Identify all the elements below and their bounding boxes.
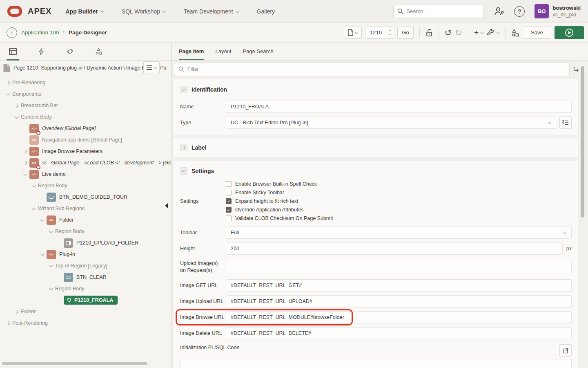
menu-app-builder[interactable]: App Builder [65,8,103,15]
tree-node-label: Navigation app items [Global Page] [42,137,122,143]
tree-menu-button[interactable] [143,61,160,74]
horizontal-scrollbar[interactable] [2,362,147,365]
tree-node-post-rendering[interactable]: Post-Rendering [0,317,171,329]
settings-checkbox-group: Enable Browser Built-in Spell Check Enab… [226,178,333,221]
shared-components-button[interactable] [511,29,519,37]
tree-node-p1210-upload-folder[interactable]: P1210_UPLOAD_FOLDER [0,237,171,249]
oracle-logo-icon [7,6,22,17]
tree-node-label: BTN_DEMO_GUIDED_TOUR [59,194,127,200]
tab-page-shared-components[interactable] [92,43,105,61]
field-label-type: Type [180,119,226,126]
tree-node-wizard-sub-regions[interactable]: Wizard Sub Regions [0,203,171,214]
field-label-init-plsql: Initialization PL/SQL Code [180,344,239,351]
tab-page-search[interactable]: Page Search [243,43,273,60]
tree-node-p1210-froala-selected[interactable]: P1210_FROALA [0,294,171,306]
tree-node-top-of-region-legacy[interactable]: Top of Region [Legacy] [0,260,171,272]
menu-sql-workshop[interactable]: SQL Workshop [122,8,166,15]
save-button[interactable]: Save [523,27,551,39]
tree-node-plug-in[interactable]: </> Plug-in [0,249,171,260]
tree-node-components[interactable]: Components [0,88,171,100]
undo-button[interactable]: ↺ [445,28,452,37]
redo-icon: ↻ [455,28,462,37]
image-delete-url-input[interactable] [226,327,572,339]
checkbox-sticky-toolbar[interactable]: Enable Sticky Toolbar [226,190,333,195]
tab-processing[interactable] [64,43,76,61]
tree-header: Page 1210: Supporting plug-in \ Dynamic … [0,61,171,75]
breadcrumb-separator: \ [63,29,65,36]
filter-input[interactable] [187,66,565,72]
init-plsql-code-textarea[interactable] [180,359,572,368]
chevron-down-icon [153,65,157,69]
tab-page-item[interactable]: Page Item [179,43,204,60]
tree-node-btn-demo-guided-tour[interactable]: BTN_DEMO_GUIDED_TOUR [0,191,171,203]
region-code-icon: </> [29,147,39,156]
search-input[interactable] [406,8,480,14]
tree-node-region-body[interactable]: Region Body [0,283,171,294]
tree-node-region-body[interactable]: Region Body [0,180,171,191]
image-browse-url-input[interactable] [226,311,572,323]
height-input[interactable] [226,242,563,255]
type-quick-pick-button[interactable] [559,117,572,129]
utilities-button[interactable] [487,29,499,36]
plus-icon: + [474,29,479,36]
layout-grid-icon [9,48,17,55]
redo-button[interactable]: ↻ [455,28,462,37]
tree-node-image-browse-parameters[interactable]: </> Image Browse Parameters [0,146,171,157]
up-level-icon[interactable]: ↑ [7,27,17,38]
open-editor-icon [563,348,569,354]
property-filter[interactable] [174,62,570,76]
tree-node-breadcrumb-bar[interactable]: Breadcrumb Bar [0,100,171,111]
field-label-toolbar: Toolbar [180,229,226,236]
tab-layout[interactable]: Layout [215,43,231,60]
condition-badge-icon [36,131,40,135]
collapse-toggle[interactable] [180,144,187,151]
upload-images-input[interactable] [226,261,572,273]
tree-node-overview[interactable]: </> Overview [Global Page] [0,123,171,134]
breadcrumb-application-link[interactable]: Application 100 [21,29,59,36]
tree-node-label: P1210_UPLOAD_FOLDER [76,240,138,246]
lock-button[interactable] [425,29,433,37]
select-list-icon [64,238,73,248]
name-input[interactable] [226,101,572,113]
tab-rendering[interactable] [7,43,19,61]
create-button[interactable]: + [474,29,483,36]
admin-button[interactable] [494,7,504,16]
page-selector-button[interactable] [344,27,362,39]
page-number-input[interactable] [365,27,386,39]
tree-node-content-body[interactable]: Content Body [0,111,171,123]
global-search[interactable] [393,5,484,18]
tree-node-navigation-app-items[interactable]: </> Navigation app items [Global Page] [0,134,171,146]
help-button[interactable]: ? [514,6,525,17]
tree-node-folder[interactable]: </> Folder [0,214,171,226]
page-number-stepper[interactable] [386,27,394,39]
menu-gallery[interactable]: Gallery [257,8,275,15]
collapse-toggle[interactable] [180,167,187,175]
label-line2: on Request(s) [180,267,212,273]
vertical-scrollbar[interactable] [581,66,584,218]
tree-node-footer[interactable]: Footer [0,306,171,317]
panel-collapse-handle-left[interactable] [165,203,168,208]
checkbox-validate-clob[interactable]: Validate CLOB Checksum On Page Submit [226,215,333,221]
checkbox-expand-height[interactable]: Expand height to fit rich text [226,198,333,204]
tree-node-load-clob[interactable]: </> <!-- Global Page -->Load CLOB <!-- d… [0,157,171,168]
type-select[interactable] [226,117,556,129]
type-select-value[interactable] [226,117,556,129]
checkbox-label: Validate CLOB Checksum On Page Submit [235,215,333,221]
tab-dynamic-actions[interactable] [35,43,47,61]
tree-node-region-body[interactable]: Region Body [0,226,171,237]
checkbox-override-attributes[interactable]: Override Application Attributes [226,207,333,213]
toolbar-select-value[interactable] [226,227,572,239]
image-upload-url-input[interactable] [226,295,572,307]
run-page-button[interactable] [555,26,584,39]
image-get-url-input[interactable] [226,279,572,292]
go-button[interactable]: Go [397,27,413,39]
open-code-editor-button[interactable] [559,344,572,357]
user-menu[interactable]: BO bostrowski uc_rte_pro [535,4,581,18]
collapse-toggle[interactable] [180,86,187,93]
checkbox-spell-check[interactable]: Enable Browser Built-in Spell Check [226,181,333,187]
tree-node-btn-clear[interactable]: BTN_CLEAR [0,272,171,283]
tree-node-live-demo[interactable]: </> Live demo [0,168,171,180]
menu-team-development[interactable]: Team Development [184,8,239,15]
tree-node-pre-rendering[interactable]: Pre-Rendering [0,77,171,88]
toolbar-select[interactable] [226,227,572,239]
